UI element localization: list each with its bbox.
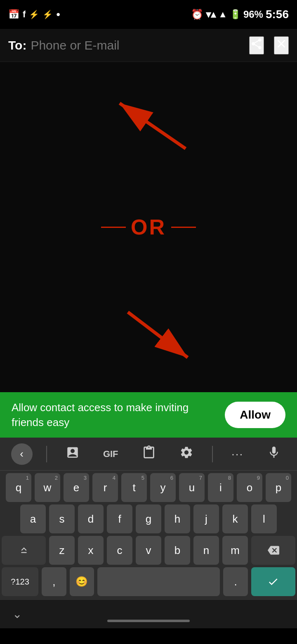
home-indicator	[107, 620, 190, 622]
keyboard: 1q 2w 3e 4r 5t 6y 7u 8i 9o 0p a s d f g …	[0, 471, 297, 599]
or-line-right	[171, 227, 196, 228]
key-f[interactable]: f	[107, 504, 132, 533]
battery-icon: 🔋	[230, 9, 241, 20]
key-j[interactable]: j	[193, 504, 219, 533]
key-y[interactable]: 6y	[150, 473, 176, 502]
key-z[interactable]: z	[49, 536, 75, 565]
svg-line-3	[128, 312, 188, 358]
allow-button[interactable]: Allow	[225, 402, 285, 428]
key-t[interactable]: 5t	[121, 473, 147, 502]
to-label: To:	[8, 38, 26, 52]
svg-line-1	[120, 103, 186, 149]
key-s[interactable]: s	[49, 504, 75, 533]
keyboard-row-3: z x c v b n m	[0, 536, 297, 567]
key-comma[interactable]: ,	[42, 567, 66, 596]
key-x[interactable]: x	[78, 536, 104, 565]
shift-button[interactable]	[2, 536, 46, 565]
bottom-nav: ⌄	[0, 599, 297, 628]
mic-button[interactable]	[262, 442, 286, 466]
key-b[interactable]: b	[165, 536, 190, 565]
keyboard-row-4: ?123 , 😊 .	[0, 567, 297, 599]
messenger-icon: ⚡	[29, 9, 39, 19]
gif-button[interactable]: GIF	[98, 445, 123, 463]
share-icon	[250, 37, 263, 50]
delete-icon	[268, 545, 279, 556]
top-bar-icons	[249, 36, 289, 54]
key-r[interactable]: 4r	[92, 473, 118, 502]
keyboard-row-2: a s d f g h j k l	[0, 504, 297, 536]
dot-icon: •	[56, 8, 60, 21]
to-input[interactable]	[31, 38, 249, 52]
close-button[interactable]	[274, 36, 289, 54]
share-button[interactable]	[249, 36, 264, 54]
arrow-bottom-right	[120, 304, 202, 372]
gear-icon	[179, 445, 193, 459]
signal-icon: ▲	[218, 9, 227, 20]
arrow-top-right	[107, 95, 198, 163]
or-divider: OR	[101, 215, 196, 239]
checkmark-icon	[267, 576, 279, 587]
mic-icon	[267, 445, 281, 459]
key-d[interactable]: d	[78, 504, 104, 533]
keyboard-back-button[interactable]: ‹	[11, 443, 33, 465]
shift-icon	[19, 545, 29, 556]
key-e[interactable]: 3e	[64, 473, 89, 502]
alarm-icon: ⏰	[191, 9, 203, 20]
main-content: OR	[0, 62, 297, 392]
numbers-button[interactable]: ?123	[2, 567, 38, 596]
or-text: OR	[131, 215, 166, 239]
arrow-top-right-icon	[107, 95, 198, 161]
key-k[interactable]: k	[222, 504, 248, 533]
status-icons-left: 📅 f ⚡ ⚡ •	[8, 8, 60, 21]
key-c[interactable]: c	[107, 536, 132, 565]
key-g[interactable]: g	[136, 504, 161, 533]
key-m[interactable]: m	[222, 536, 248, 565]
key-u[interactable]: 7u	[179, 473, 205, 502]
top-bar: To:	[0, 29, 297, 62]
key-h[interactable]: h	[165, 504, 190, 533]
more-button[interactable]: ···	[226, 444, 248, 464]
enter-button[interactable]	[251, 567, 295, 596]
wifi-icon: ▾▴	[206, 9, 216, 20]
space-button[interactable]	[97, 567, 220, 596]
clock: 5:56	[266, 8, 289, 21]
key-p[interactable]: 0p	[266, 473, 291, 502]
keyboard-toolbar: ‹ GIF ···	[0, 438, 297, 471]
key-v[interactable]: v	[136, 536, 161, 565]
toolbar-divider-2	[212, 446, 213, 462]
key-w[interactable]: 2w	[35, 473, 60, 502]
facebook-icon: f	[23, 9, 26, 20]
key-i[interactable]: 8i	[208, 473, 233, 502]
clipboard-icon	[142, 445, 156, 459]
or-line-left	[101, 227, 126, 228]
calendar-icon: 📅	[8, 9, 19, 20]
battery-percent: 96%	[243, 9, 263, 20]
sticker-button[interactable]	[61, 442, 85, 466]
key-a[interactable]: a	[20, 504, 46, 533]
banner-message: Allow contact access to make inviting fr…	[12, 400, 201, 430]
delete-button[interactable]	[251, 536, 295, 565]
key-q[interactable]: 1q	[6, 473, 31, 502]
green-banner: Allow contact access to make inviting fr…	[0, 392, 297, 438]
nav-back-button[interactable]: ⌄	[12, 607, 22, 621]
emoji-button[interactable]: 😊	[70, 567, 94, 596]
key-l[interactable]: l	[251, 504, 277, 533]
keyboard-row-1: 1q 2w 3e 4r 5t 6y 7u 8i 9o 0p	[0, 471, 297, 504]
settings-button[interactable]	[174, 442, 198, 466]
status-bar: 📅 f ⚡ ⚡ • ⏰ ▾▴ ▲ 🔋 96% 5:56	[0, 0, 297, 29]
arrow-bottom-right-icon	[120, 304, 202, 370]
messenger2-icon: ⚡	[42, 9, 53, 19]
key-period[interactable]: .	[223, 567, 248, 596]
key-o[interactable]: 9o	[237, 473, 262, 502]
status-icons-right: ⏰ ▾▴ ▲ 🔋 96% 5:56	[191, 8, 289, 21]
sticker-icon	[66, 445, 80, 459]
key-n[interactable]: n	[193, 536, 219, 565]
close-icon	[275, 37, 288, 50]
toolbar-divider-1	[46, 446, 47, 462]
clipboard-button[interactable]	[137, 442, 161, 466]
